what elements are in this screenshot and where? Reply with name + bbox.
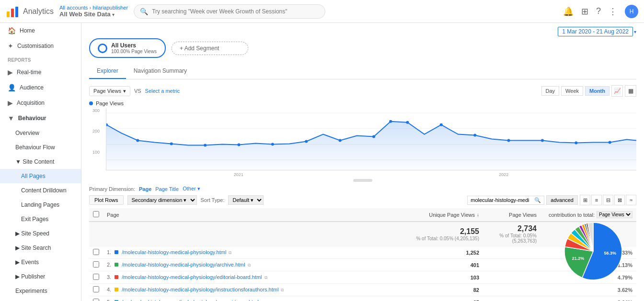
row-page-link[interactable]: /molecular-histology-medical-physiology.… [122, 249, 226, 255]
site-dropdown-icon[interactable]: ▾ [112, 12, 115, 17]
add-segment-btn[interactable]: + Add Segment [172, 42, 248, 55]
tab-explorer[interactable]: Explorer [89, 64, 126, 79]
total-pv: 2,734 % of Total: 0.05% (5,263,763) [483, 222, 540, 246]
sidebar-item-events[interactable]: ▶ Events [0, 255, 81, 269]
view-grid-btn[interactable]: ⊞ [580, 195, 590, 205]
top-navigation: Analytics All accounts › hilariapublishe… [0, 0, 644, 23]
sidebar-item-publisher[interactable]: ▶ Publisher [0, 269, 81, 284]
breadcrumb-all-accounts[interactable]: All accounts [59, 5, 88, 11]
sidebar-item-all-pages[interactable]: All Pages [0, 169, 81, 183]
chart-legend: Page Views [89, 100, 636, 106]
search-input[interactable] [152, 8, 319, 15]
total-unique-pv: 2,155 % of Total: 0.05% (4,205,135) [406, 222, 483, 246]
svg-point-10 [204, 144, 207, 146]
table-search-icon[interactable]: 🔍 [534, 197, 541, 203]
sidebar-item-behaviour[interactable]: ▼ Behaviour [0, 111, 81, 126]
notifications-icon[interactable]: 🔔 [563, 6, 574, 17]
period-day-btn[interactable]: Day [541, 86, 560, 96]
sidebar-item-behaviour-flow[interactable]: Behaviour Flow [0, 140, 81, 155]
breadcrumb: All accounts › hilariapublisher All Web … [59, 5, 128, 18]
row-checkbox[interactable] [93, 299, 99, 301]
line-chart-btn[interactable]: 📈 [611, 85, 623, 97]
sidebar-label-home: Home [20, 27, 35, 34]
period-month-btn[interactable]: Month [585, 86, 610, 96]
row-pv [483, 271, 540, 284]
vs-label: VS [134, 88, 141, 94]
sidebar-item-site-search[interactable]: ▶ Site Search [0, 241, 81, 255]
chart-controls: Page Views ▾ VS Select a metric Day Week… [89, 85, 636, 97]
sidebar-label-site-speed: ▶ Site Speed [15, 230, 49, 237]
scroll-indicator[interactable] [353, 179, 372, 182]
date-range-dropdown-icon[interactable]: ▾ [634, 29, 636, 34]
view-detail-btn[interactable]: ⊠ [614, 195, 625, 205]
avatar[interactable]: H [625, 5, 638, 18]
table-search-area: 🔍 advanced ⊞ ≡ ⊟ ⊠ ≈ [467, 195, 636, 205]
sidebar-item-content-drilldown[interactable]: Content Drilldown [0, 183, 81, 198]
row-pv [483, 246, 540, 259]
row-page-link[interactable]: /molecular-histology-medical-physiology/… [122, 262, 245, 268]
th-page-views: Page Views [483, 208, 540, 222]
breadcrumb-account[interactable]: hilariapublisher [92, 5, 128, 11]
th-unique-page-views: Unique Page Views ↓ [406, 208, 483, 222]
y-label-100: 100 [92, 150, 100, 155]
apps-icon[interactable]: ⊞ [581, 6, 588, 17]
page-views-dropdown[interactable]: Page Views ▾ [89, 86, 130, 96]
bar-chart-btn[interactable]: ▦ [625, 85, 636, 97]
select-all-checkbox[interactable] [93, 211, 99, 217]
sidebar-item-realtime[interactable]: ▶ Real-time [0, 65, 81, 80]
row-page-cell: 3. /molecular-histology-medical-physiolo… [103, 271, 406, 284]
select-metric-link[interactable]: Select a metric [145, 88, 180, 94]
advanced-btn[interactable]: advanced [546, 195, 578, 205]
dimension-other[interactable]: Other ▾ [183, 186, 200, 192]
period-week-btn[interactable]: Week [561, 86, 583, 96]
sidebar-item-home[interactable]: 🏠 Home [0, 23, 81, 38]
y-axis-labels: 300 200 100 [92, 108, 100, 170]
contribution-select[interactable]: Page Views [597, 211, 632, 218]
more-vert-icon[interactable]: ⋮ [609, 6, 617, 17]
all-users-segment[interactable]: All Users 100.00% Page Views [89, 38, 166, 58]
view-pivot-btn[interactable]: ⊟ [603, 195, 613, 205]
help-icon[interactable]: ? [596, 6, 601, 16]
sort-type-select[interactable]: Default ▾ [228, 195, 264, 205]
sidebar-item-audience[interactable]: 👤 Audience [0, 80, 81, 95]
plot-rows-btn[interactable]: Plot Rows [89, 195, 124, 205]
svg-point-17 [406, 121, 409, 124]
pie-label: 21.2% [572, 256, 585, 261]
total-unique-pv-value: 2,155 [460, 227, 479, 235]
row-checkbox[interactable] [93, 261, 99, 268]
row-page-link[interactable]: /molecular-histology-medical-physiology/… [122, 287, 278, 292]
view-list-btn[interactable]: ≡ [591, 195, 602, 205]
chart-type-buttons: 📈 ▦ [611, 85, 636, 97]
date-range-display[interactable]: 1 Mar 2020 - 21 Aug 2022 [558, 27, 633, 36]
sidebar-item-experiments[interactable]: Experiments [0, 284, 81, 298]
dimension-page[interactable]: Page [139, 186, 151, 192]
secondary-dimension-select[interactable]: Secondary dimension ▾ [127, 195, 197, 205]
sidebar-item-acquisition[interactable]: ▶ Acquisition [0, 95, 81, 111]
search-bar[interactable]: 🔍 [134, 4, 325, 19]
sidebar-item-overview[interactable]: Overview [0, 126, 81, 140]
sidebar-item-customisation[interactable]: ✦ Customisation [0, 38, 81, 54]
row-checkbox-cell [89, 296, 103, 301]
row-checkbox[interactable] [93, 249, 99, 255]
primary-dimension-bar: Primary Dimension: Page Page Title Other… [89, 186, 636, 192]
row-page-cell: 5. /molecular-histology-medical-physiolo… [103, 296, 406, 301]
sort-icon[interactable]: ↓ [477, 212, 479, 217]
sidebar-item-conversions[interactable]: ▶ Conversions [0, 298, 81, 301]
svg-point-8 [136, 139, 139, 142]
row-page-link[interactable]: /molecular-histology-medical-physiology/… [122, 299, 259, 301]
sidebar-item-site-content[interactable]: ▼ Site Content [0, 155, 81, 169]
tab-navigation-summary[interactable]: Navigation Summary [126, 64, 195, 79]
table-search-input[interactable] [471, 197, 533, 203]
site-name[interactable]: All Web Site Data [59, 11, 111, 18]
table-search-container: 🔍 [467, 196, 544, 205]
sidebar-item-site-speed[interactable]: ▶ Site Speed [0, 226, 81, 241]
dimension-page-title[interactable]: Page Title [155, 186, 179, 192]
sidebar-item-landing-pages[interactable]: Landing Pages [0, 198, 81, 212]
row-pct: 3.04% [540, 296, 636, 301]
row-checkbox[interactable] [93, 274, 99, 280]
view-chart-btn[interactable]: ≈ [626, 195, 636, 205]
row-page-link[interactable]: /molecular-histology-medical-physiology/… [122, 274, 262, 280]
sidebar-item-exit-pages[interactable]: Exit Pages [0, 212, 81, 226]
svg-point-12 [271, 143, 274, 145]
row-checkbox[interactable] [93, 286, 99, 292]
